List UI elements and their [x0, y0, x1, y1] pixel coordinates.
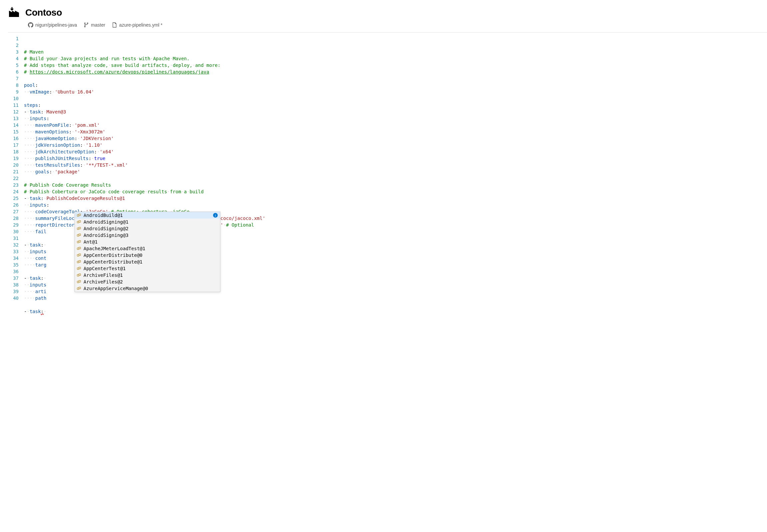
code-line[interactable]: #·Publish·Cobertura·or·JaCoCo·code·cover… [23, 188, 767, 195]
code-line[interactable]: ··inputs: [23, 202, 767, 208]
code-line[interactable]: #·Publish·Code·Coverage·Results [23, 182, 767, 188]
header: Contoso [0, 0, 767, 19]
module-icon [77, 233, 82, 238]
line-number: 10 [8, 95, 19, 102]
svg-rect-24 [79, 274, 81, 275]
factory-logo-icon [8, 6, 20, 19]
line-number: 35 [8, 262, 19, 268]
autocomplete-item[interactable]: ArchiveFiles@2 [75, 278, 220, 285]
line-number: 13 [8, 115, 19, 122]
line-number: 27 [8, 208, 19, 215]
autocomplete-item[interactable]: AndroidSigning@2 [75, 225, 220, 232]
module-icon [77, 240, 82, 244]
code-line[interactable]: ····publishJUnitResults:·true [23, 155, 767, 162]
module-icon [77, 260, 82, 264]
line-number: 2 [8, 42, 19, 49]
line-number: 22 [8, 175, 19, 182]
code-line[interactable]: -·task:·PublishCodeCoverageResults@1 [23, 195, 767, 202]
code-line[interactable]: #·Maven [23, 49, 767, 55]
code-line[interactable]: #·Add·steps·that·analyze·code,·save·buil… [23, 62, 767, 69]
code-line[interactable]: ····testResultsFiles:·'**/TEST-*.xml' [23, 162, 767, 168]
svg-rect-14 [79, 241, 81, 242]
line-number: 8 [8, 82, 19, 89]
module-icon [77, 273, 82, 277]
code-line[interactable]: ····javaHomeOption:·'JDKVersion' [23, 135, 767, 142]
autocomplete-item[interactable]: AndroidSigning@3 [75, 232, 220, 239]
branch-icon [84, 22, 89, 28]
module-icon [77, 246, 82, 251]
autocomplete-item[interactable]: AppCenterDistribute@1 [75, 259, 220, 265]
code-line[interactable] [23, 301, 767, 308]
autocomplete-item[interactable]: Ant@1 [75, 239, 220, 245]
svg-rect-3 [77, 215, 79, 216]
code-line[interactable] [23, 175, 767, 182]
line-number: 3 [8, 49, 19, 55]
code-line[interactable] [23, 95, 767, 102]
autocomplete-item[interactable]: ApacheJMeterLoadTest@1 [75, 245, 220, 252]
autocomplete-item[interactable]: AppCenterDistribute@0 [75, 252, 220, 259]
breadcrumb-branch[interactable]: master [84, 22, 105, 28]
code-line[interactable]: -·task:·Maven@3 [23, 108, 767, 115]
code-line[interactable]: steps: [23, 102, 767, 108]
autocomplete-label: AndroidSigning@1 [84, 219, 218, 225]
autocomplete-label: Ant@1 [84, 239, 218, 245]
module-icon [77, 220, 82, 224]
svg-rect-16 [79, 247, 81, 249]
module-icon [77, 253, 82, 258]
code-line[interactable]: #·https://docs.microsoft.com/azure/devop… [23, 69, 767, 75]
svg-rect-23 [77, 274, 79, 276]
svg-rect-19 [77, 261, 79, 263]
svg-point-0 [85, 23, 86, 24]
autocomplete-label: AzureAppServiceManage@0 [84, 285, 218, 292]
line-number: 4 [8, 55, 19, 62]
breadcrumb-branch-label: master [91, 22, 105, 28]
code-line[interactable]: pool: [23, 82, 767, 89]
code-content[interactable]: #·Maven#·Build·your·Java·projects·and·ru… [23, 33, 767, 331]
module-icon [77, 213, 82, 218]
module-icon [77, 279, 82, 284]
code-line[interactable]: ··inputs: [23, 115, 767, 122]
module-icon [77, 266, 82, 271]
code-line[interactable] [23, 75, 767, 82]
code-line[interactable]: ····jdkArchitectureOption:·'x64' [23, 148, 767, 155]
autocomplete-label: AndroidBuild@1 [84, 212, 211, 219]
breadcrumb-repo-label: nigurr/pipelines-java [35, 22, 77, 28]
breadcrumb-file-label: azure-pipelines.yml * [119, 22, 162, 28]
autocomplete-label: AppCenterTest@1 [84, 265, 218, 272]
breadcrumb-repo[interactable]: nigurr/pipelines-java [28, 22, 77, 28]
svg-rect-26 [79, 280, 81, 282]
line-number: 11 [8, 102, 19, 108]
autocomplete-item[interactable]: AndroidSigning@1 [75, 219, 220, 225]
autocomplete-label: ApacheJMeterLoadTest@1 [84, 245, 218, 252]
svg-rect-25 [77, 281, 79, 283]
code-line[interactable]: ····mavenPomFile:·'pom.xml' [23, 122, 767, 128]
code-line[interactable]: ····path [23, 295, 767, 301]
code-line[interactable]: #·Build·your·Java·projects·and·run·tests… [23, 55, 767, 62]
line-number: 29 [8, 222, 19, 228]
code-line[interactable]: ····jdkVersionOption:·'1.10' [23, 142, 767, 148]
breadcrumb: nigurr/pipelines-java master azure-pipel… [0, 19, 767, 32]
line-number: 25 [8, 195, 19, 202]
autocomplete-item[interactable]: AppCenterTest@1 [75, 265, 220, 272]
code-editor[interactable]: 1234567891011121314151617181920212223242… [8, 33, 767, 331]
line-number: 39 [8, 288, 19, 295]
autocomplete-item[interactable]: AndroidBuild@1i [75, 212, 220, 219]
page-title: Contoso [25, 7, 62, 18]
autocomplete-item[interactable]: AzureAppServiceManage@0 [75, 285, 220, 292]
breadcrumb-file[interactable]: azure-pipelines.yml * [112, 22, 162, 28]
code-line[interactable]: ····goals:·'package' [23, 168, 767, 175]
autocomplete-popup[interactable]: AndroidBuild@1iAndroidSigning@1AndroidSi… [75, 212, 220, 292]
svg-rect-8 [79, 221, 81, 222]
line-number: 33 [8, 248, 19, 255]
info-icon[interactable]: i [213, 213, 218, 218]
svg-rect-11 [77, 235, 79, 236]
code-line[interactable]: -·task:· [23, 308, 767, 315]
autocomplete-label: ArchiveFiles@1 [84, 272, 218, 278]
autocomplete-item[interactable]: ArchiveFiles@1 [75, 272, 220, 278]
svg-rect-7 [77, 221, 79, 223]
svg-rect-12 [79, 234, 81, 236]
code-line[interactable]: ··vmImage:·'Ubuntu·16.04' [23, 89, 767, 95]
svg-rect-10 [79, 227, 81, 229]
code-line[interactable]: ····mavenOptions:·'-Xmx3072m' [23, 128, 767, 135]
editor-area: 1234567891011121314151617181920212223242… [8, 32, 767, 331]
